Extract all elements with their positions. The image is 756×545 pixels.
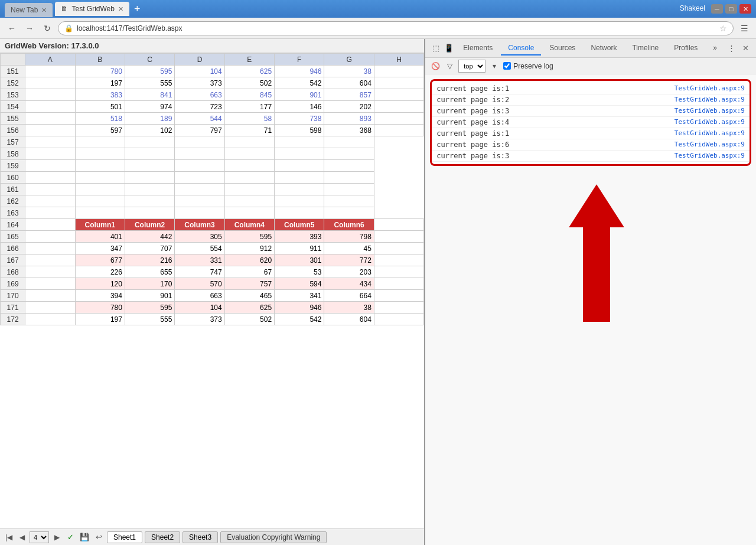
title-bar: New Tab ✕ 🗎 Test GridWeb ✕ + Shakeel ─ □… [0, 0, 756, 18]
cell-a[interactable] [25, 195, 75, 207]
tab-elements[interactable]: Elements [456, 41, 500, 56]
console-source-link[interactable]: TestGridWeb.aspx:9 [674, 141, 745, 149]
cell-a[interactable] [25, 101, 75, 113]
console-source-link[interactable]: TestGridWeb.aspx:9 [674, 84, 745, 93]
sheet3-tab[interactable]: Sheet3 [183, 531, 218, 543]
row-num: 152 [1, 77, 25, 89]
cell-a[interactable] [25, 66, 75, 77]
bookmark-icon[interactable]: ☆ [719, 24, 727, 33]
console-log-text: current page is:1 [436, 84, 509, 93]
cell-a[interactable] [25, 243, 75, 254]
forward-button[interactable]: → [22, 21, 37, 35]
cell-a[interactable] [25, 314, 75, 325]
sheet1-tab[interactable]: Sheet1 [107, 531, 142, 543]
cell-a[interactable] [25, 89, 75, 101]
console-log-entry: current page is:3TestGridWeb.aspx:9 [432, 151, 750, 162]
console-source-link[interactable]: TestGridWeb.aspx:9 [674, 118, 745, 126]
cell-a[interactable] [25, 148, 75, 160]
cell-a[interactable] [25, 136, 75, 148]
menu-button[interactable]: ☰ [737, 21, 751, 35]
row-num: 163 [1, 207, 25, 219]
cell-a[interactable] [25, 254, 75, 266]
col-header-g: G [324, 54, 374, 66]
row-num: 167 [1, 254, 25, 266]
confirm-icon[interactable]: ✓ [64, 531, 76, 543]
cell-a[interactable] [25, 172, 75, 184]
save-icon[interactable]: 💾 [79, 531, 90, 543]
filter-icon[interactable]: ▽ [444, 61, 455, 71]
row-num: 154 [1, 101, 25, 113]
col-header-b: B [75, 54, 125, 66]
col-header-empty [1, 54, 25, 66]
eval-copyright-tab[interactable]: Evaluation Copyright Warning [220, 531, 327, 543]
page-select[interactable]: 4 12356 [30, 531, 49, 543]
row-num: 172 [1, 314, 25, 325]
first-page-button[interactable]: |◀ [4, 532, 14, 543]
tab-timeline[interactable]: Timeline [625, 41, 666, 56]
devtools-header: ⬚ 📱 Elements Console Sources Network Tim… [425, 39, 756, 58]
filter-dropdown-icon[interactable]: ▾ [489, 61, 500, 71]
preserve-log-checkbox[interactable] [503, 62, 511, 70]
console-log-text: current page is:4 [436, 118, 509, 126]
new-tab-button[interactable]: + [134, 3, 141, 15]
tab-new-tab[interactable]: New Tab ✕ [5, 3, 53, 17]
minimize-button[interactable]: ─ [711, 4, 723, 14]
row-num: 165 [1, 231, 25, 243]
prev-page-button[interactable]: ◀ [17, 532, 27, 543]
cell-a[interactable] [25, 290, 75, 302]
spreadsheet-container[interactable]: A B C D E F G H 151780595104625946381521… [0, 53, 424, 528]
tab-close-new[interactable]: ✕ [41, 6, 47, 14]
tab-network[interactable]: Network [584, 41, 624, 56]
undo-icon[interactable]: ↩ [93, 531, 105, 543]
close-button[interactable]: ✕ [739, 4, 751, 14]
maximize-button[interactable]: □ [725, 4, 737, 14]
console-log-text: current page is:6 [436, 141, 509, 149]
row-num: 153 [1, 89, 25, 101]
console-log-entry: current page is:2TestGridWeb.aspx:9 [432, 94, 750, 106]
cell-a[interactable] [25, 207, 75, 219]
row-num: 171 [1, 302, 25, 314]
reload-button[interactable]: ↻ [40, 21, 54, 35]
row-num: 161 [1, 184, 25, 195]
devtools-settings-icon[interactable]: ⋮ [725, 43, 737, 54]
row-num: 169 [1, 278, 25, 290]
tab-close-active[interactable]: ✕ [118, 5, 123, 13]
row-num: 155 [1, 113, 25, 125]
cell-a[interactable] [25, 113, 75, 125]
cell-a[interactable] [25, 231, 75, 243]
row-num: 158 [1, 148, 25, 160]
devtools-right-controls: ⋮ ✕ [725, 43, 751, 54]
sheet2-tab[interactable]: Sheet2 [145, 531, 180, 543]
cell-a[interactable] [25, 302, 75, 314]
cell-a[interactable] [25, 266, 75, 278]
cell-a[interactable] [25, 77, 75, 89]
tab-more[interactable]: » [706, 41, 724, 56]
console-source-link[interactable]: TestGridWeb.aspx:9 [674, 129, 745, 138]
cell-a[interactable] [25, 160, 75, 172]
console-source-link[interactable]: TestGridWeb.aspx:9 [674, 96, 745, 104]
clear-console-icon[interactable]: 🚫 [430, 61, 441, 71]
next-page-button[interactable]: ▶ [51, 532, 62, 543]
gridweb-version: GridWeb Version: 17.3.0.0 [0, 39, 424, 53]
filter-select[interactable]: top [458, 60, 485, 73]
tab-test-gridweb[interactable]: 🗎 Test GridWeb ✕ [55, 2, 129, 16]
console-log-text: current page is:1 [436, 129, 509, 138]
console-source-link[interactable]: TestGridWeb.aspx:9 [674, 152, 745, 160]
tab-sources[interactable]: Sources [542, 41, 582, 56]
console-log-entry: current page is:1TestGridWeb.aspx:9 [432, 83, 750, 94]
inspect-icon[interactable]: ⬚ [430, 43, 442, 54]
cell-a[interactable] [25, 219, 75, 231]
preserve-log-label[interactable]: Preserve log [503, 62, 553, 70]
address-bar[interactable]: 🔒 localhost:1417/TestGridWeb.aspx ☆ [58, 21, 734, 35]
col-header-e: E [224, 54, 274, 66]
tab-console[interactable]: Console [501, 41, 541, 56]
cell-a[interactable] [25, 184, 75, 195]
cell-a[interactable] [25, 125, 75, 136]
back-button[interactable]: ← [5, 21, 19, 35]
grid-table: A B C D E F G H 151780595104625946381521… [0, 53, 424, 325]
console-source-link[interactable]: TestGridWeb.aspx:9 [674, 107, 745, 115]
tab-profiles[interactable]: Profiles [667, 41, 705, 56]
devtools-close-icon[interactable]: ✕ [739, 43, 751, 54]
cell-a[interactable] [25, 278, 75, 290]
device-icon[interactable]: 📱 [443, 43, 455, 54]
